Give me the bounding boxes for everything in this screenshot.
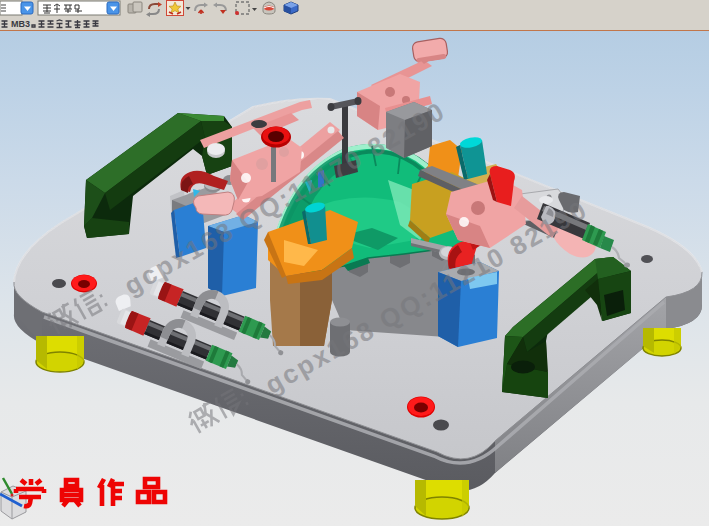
svg-text:MB3: MB3	[11, 19, 30, 29]
